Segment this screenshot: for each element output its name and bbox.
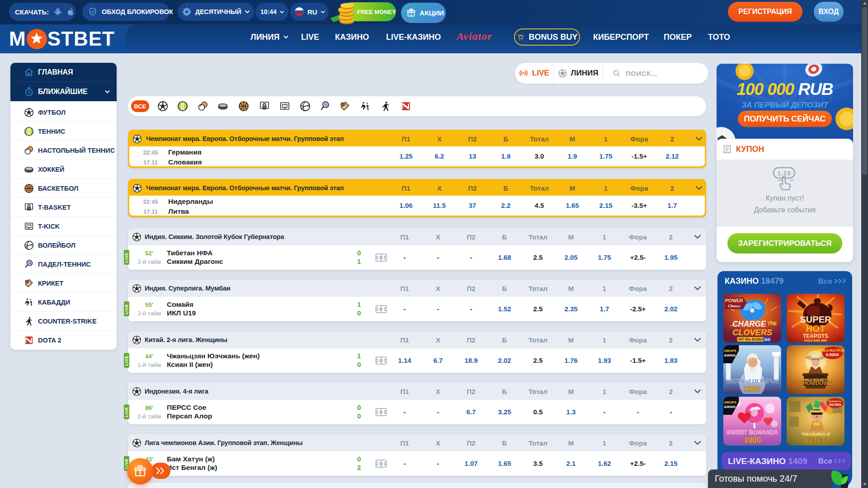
svg-text:DOUBLE MULTIPLIERS: DOUBLE MULTIPLIERS	[817, 349, 844, 352]
svg-text:5.000X: 5.000X	[826, 352, 839, 357]
svg-text:TREASURES of: TREASURES of	[801, 432, 830, 436]
svg-text:Chance: Chance	[728, 304, 740, 308]
svg-text:SHOWDOWN: SHOWDOWN	[799, 380, 832, 386]
svg-text:HOT: HOT	[806, 323, 826, 334]
svg-text:AZTEC: AZTEC	[804, 437, 827, 445]
svg-text:Multipliers: Multipliers	[829, 400, 842, 403]
svg-text:100.000x: 100.000x	[829, 403, 841, 406]
svg-text:1000: 1000	[744, 436, 761, 445]
svg-text:DROPS: DROPS	[724, 400, 736, 404]
svg-text:CLOVERS: CLOVERS	[732, 328, 772, 337]
svg-text:3x3: 3x3	[764, 338, 770, 342]
svg-text:SWEET BONANZA: SWEET BONANZA	[726, 429, 778, 436]
svg-text:POWER: POWER	[725, 298, 743, 303]
svg-text:THE: THE	[767, 321, 777, 326]
svg-text:HIT the BONUS: HIT the BONUS	[738, 337, 765, 342]
svg-text:&WINS: &WINS	[724, 353, 736, 357]
svg-text:1.23: 1.23	[778, 170, 791, 177]
svg-text:&WINS: &WINS	[724, 405, 736, 409]
svg-text:GATES of OLYMPUS: GATES of OLYMPUS	[726, 378, 778, 385]
svg-text:HOLD AND WIN: HOLD AND WIN	[804, 339, 827, 342]
svg-text:DROPS: DROPS	[724, 349, 736, 353]
svg-text:1000: 1000	[744, 385, 760, 393]
